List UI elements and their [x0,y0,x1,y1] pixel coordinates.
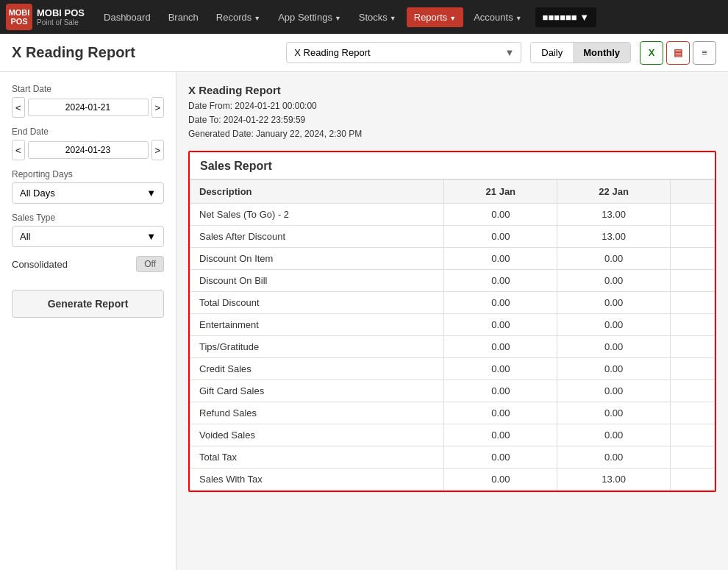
row-empty [671,247,715,269]
row-col1: 0.00 [444,203,557,225]
table-row: Discount On Item 0.00 0.00 [190,247,715,269]
sales-type-value: All [20,231,30,242]
start-date-row: < > [12,97,164,118]
row-col2: 0.00 [557,313,671,335]
export-excel-button[interactable]: X [640,41,663,65]
row-col1: 0.00 [444,380,557,402]
report-generated-date: Generated Date: January 22, 2024, 2:30 P… [188,127,716,141]
start-date-next-button[interactable]: > [151,97,165,118]
col-header-jan21: 21 Jan [444,179,557,203]
row-col2: 13.00 [557,225,671,247]
nav-stocks[interactable]: Stocks▼ [351,7,404,27]
app-name: MOBI POS [37,7,85,19]
row-col1: 0.00 [444,424,557,446]
reports-dropdown-arrow: ▼ [449,15,456,22]
col-header-description: Description [190,179,444,203]
consolidated-row: Consolidated Off [12,256,164,272]
row-col1: 0.00 [444,291,557,313]
daily-button[interactable]: Daily [531,43,573,63]
col-header-empty [671,179,715,203]
row-col1: 0.00 [444,446,557,468]
generate-report-button[interactable]: Generate Report [12,290,164,318]
row-description: Tips/Gratitude [190,335,444,357]
accounts-dropdown-arrow: ▼ [515,15,522,22]
table-row: Sales After Discount 0.00 13.00 [190,225,715,247]
table-row: Voided Sales 0.00 0.00 [190,424,715,446]
app-settings-dropdown-arrow: ▼ [335,15,341,22]
table-row: Credit Sales 0.00 0.00 [190,357,715,380]
export-pdf-button[interactable]: ▤ [666,41,690,65]
row-col1: 0.00 [444,357,557,380]
page-header: X Reading Report X Reading Report ▼ Dail… [0,34,728,72]
row-empty [671,203,715,225]
consolidated-toggle[interactable]: Off [136,256,164,272]
end-date-row: < > [12,140,164,160]
row-col2: 0.00 [557,335,671,357]
csv-icon: ≡ [702,47,707,58]
row-empty [671,225,715,247]
row-description: Refund Sales [190,402,444,424]
user-label: ■■■■■■ [543,12,577,23]
content-area: Start Date < > End Date < > Reporting Da… [0,72,728,570]
start-date-input[interactable] [28,99,149,116]
col-header-jan22: 22 Jan [557,179,671,203]
sales-report-title: Sales Report [190,152,715,179]
end-date-label: End Date [12,127,164,137]
row-col1: 0.00 [444,225,557,247]
table-row: Tips/Gratitude 0.00 0.00 [190,335,715,357]
report-select[interactable]: X Reading Report [286,42,521,63]
row-description: Voided Sales [190,424,444,446]
monthly-button[interactable]: Monthly [573,43,630,63]
export-csv-button[interactable]: ≡ [693,41,716,65]
table-row: Total Tax 0.00 0.00 [190,446,715,468]
user-menu[interactable]: ■■■■■■ ▼ [535,7,597,27]
row-col2: 0.00 [557,247,671,269]
row-empty [671,402,715,424]
row-col1: 0.00 [444,313,557,335]
pdf-icon: ▤ [674,47,682,58]
app-tagline: Point of Sale [37,18,85,26]
export-icons: X ▤ ≡ [640,41,716,65]
nav-app-settings[interactable]: App Settings▼ [271,7,349,27]
start-date-label: Start Date [12,84,164,94]
logo-area: MOBIPOS MOBI POS Point of Sale [6,4,85,30]
table-row: Gift Card Sales 0.00 0.00 [190,380,715,402]
table-row: Entertainment 0.00 0.00 [190,313,715,335]
row-description: Entertainment [190,313,444,335]
nav-reports[interactable]: Reports▼ [407,7,463,27]
sales-type-dropdown[interactable]: All ▼ [12,226,164,247]
table-row: Total Discount 0.00 0.00 [190,291,715,313]
row-col2: 0.00 [557,291,671,313]
logo-text: MOBIPOS [9,8,30,26]
row-empty [671,291,715,313]
end-date-input[interactable] [28,141,149,159]
start-date-prev-button[interactable]: < [12,97,25,118]
end-date-next-button[interactable]: > [151,140,165,160]
end-date-prev-button[interactable]: < [12,140,25,160]
excel-icon: X [649,47,655,58]
row-col2: 0.00 [557,269,671,291]
nav-records[interactable]: Records▼ [209,7,268,27]
report-meta-title: X Reading Report [188,84,716,96]
report-date-to: Date To: 2024-01-22 23:59:59 [188,113,716,127]
row-empty [671,424,715,446]
sales-type-arrow: ▼ [146,231,156,242]
reporting-days-dropdown[interactable]: All Days ▼ [12,182,164,204]
row-empty [671,468,715,490]
row-col2: 13.00 [557,468,671,490]
row-col2: 0.00 [557,446,671,468]
row-empty [671,313,715,335]
main-report: X Reading Report Date From: 2024-01-21 0… [176,72,728,570]
row-description: Gift Card Sales [190,380,444,402]
row-col2: 0.00 [557,402,671,424]
row-description: Sales After Discount [190,225,444,247]
report-select-wrapper: X Reading Report ▼ [286,42,521,63]
row-col2: 0.00 [557,424,671,446]
nav-accounts[interactable]: Accounts▼ [466,7,529,27]
nav-branch[interactable]: Branch [161,7,206,27]
user-dropdown-arrow: ▼ [579,12,589,23]
row-empty [671,357,715,380]
reporting-days-arrow: ▼ [146,188,156,199]
sales-report-box: Sales Report Description 21 Jan 22 Jan N… [188,151,716,492]
nav-dashboard[interactable]: Dashboard [96,7,158,27]
